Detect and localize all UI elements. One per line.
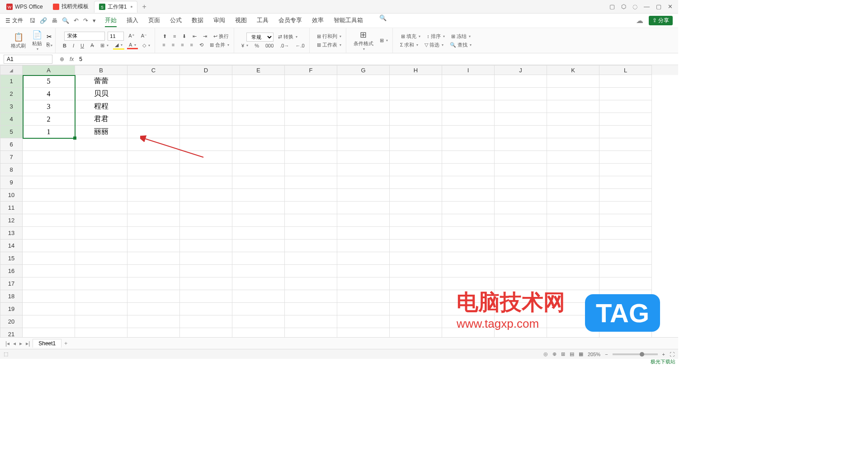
cell[interactable] — [127, 100, 180, 113]
zoom-in[interactable]: + — [662, 352, 665, 357]
close-window-icon[interactable]: ✕ — [668, 3, 673, 10]
cell[interactable] — [442, 138, 495, 151]
row-header-5[interactable]: 5 — [0, 126, 23, 138]
cell[interactable] — [23, 315, 75, 328]
col-header-d[interactable]: D — [180, 65, 232, 75]
cell[interactable] — [285, 75, 337, 88]
cell[interactable]: 2 — [23, 113, 75, 126]
cell[interactable] — [599, 277, 652, 290]
cell[interactable] — [337, 214, 390, 227]
cell[interactable] — [337, 113, 390, 126]
cell[interactable] — [127, 138, 180, 151]
cell[interactable] — [337, 126, 390, 138]
cell[interactable] — [127, 113, 180, 126]
cell[interactable] — [599, 75, 652, 88]
cell[interactable] — [390, 202, 442, 214]
row-header-20[interactable]: 20 — [0, 315, 23, 328]
font-select[interactable] — [64, 32, 105, 41]
cell[interactable] — [442, 151, 495, 164]
menu-efficiency[interactable]: 效率 — [312, 14, 324, 27]
cell[interactable] — [390, 151, 442, 164]
row-header-17[interactable]: 17 — [0, 277, 23, 290]
cell[interactable] — [285, 151, 337, 164]
col-header-a[interactable]: A — [23, 65, 75, 75]
align-mid[interactable]: ≡ — [171, 33, 178, 39]
cell[interactable] — [337, 176, 390, 189]
cell[interactable] — [285, 189, 337, 202]
cell[interactable] — [442, 113, 495, 126]
cell[interactable] — [285, 164, 337, 176]
cell[interactable] — [547, 126, 599, 138]
cell[interactable] — [547, 315, 599, 328]
col-header-h[interactable]: H — [390, 65, 442, 75]
cell[interactable] — [442, 303, 495, 315]
cell[interactable] — [599, 164, 652, 176]
fillcolor-button[interactable]: ◢ — [113, 42, 124, 50]
cell[interactable] — [599, 202, 652, 214]
cell[interactable] — [547, 100, 599, 113]
cell[interactable] — [75, 265, 127, 277]
cell[interactable] — [599, 138, 652, 151]
maximize-icon[interactable]: ▢ — [656, 3, 661, 10]
cell[interactable] — [337, 88, 390, 100]
cell[interactable] — [127, 315, 180, 328]
user-icon[interactable]: ◌ — [632, 3, 637, 10]
fill-button[interactable]: ⊞ 填充 — [399, 33, 422, 40]
cell[interactable] — [390, 75, 442, 88]
col-header-j[interactable]: J — [495, 65, 547, 75]
row-header-12[interactable]: 12 — [0, 214, 23, 227]
cell[interactable] — [442, 88, 495, 100]
cell[interactable] — [23, 290, 75, 303]
cell[interactable] — [180, 303, 232, 315]
more-icon[interactable]: ▾ — [93, 17, 96, 24]
cell[interactable] — [390, 227, 442, 240]
dec-decimal[interactable]: ←.0 — [293, 42, 306, 49]
cell[interactable] — [180, 265, 232, 277]
cell[interactable] — [232, 138, 285, 151]
cell[interactable] — [337, 328, 390, 337]
cell[interactable] — [232, 240, 285, 252]
row-header-1[interactable]: 1 — [0, 75, 23, 88]
name-box[interactable] — [4, 55, 52, 64]
col-header-b[interactable]: B — [75, 65, 127, 75]
cell[interactable] — [232, 315, 285, 328]
cell[interactable] — [285, 214, 337, 227]
zoom-level[interactable]: 205% — [588, 352, 600, 357]
cell[interactable] — [599, 265, 652, 277]
cell[interactable] — [599, 88, 652, 100]
cell[interactable] — [442, 164, 495, 176]
cell[interactable] — [180, 151, 232, 164]
cell[interactable]: 君君 — [75, 113, 127, 126]
cell[interactable] — [75, 240, 127, 252]
orientation[interactable]: ⟲ — [198, 42, 205, 48]
col-header-k[interactable]: K — [547, 65, 599, 75]
cell[interactable]: 蕾蕾 — [75, 75, 127, 88]
cell[interactable] — [75, 214, 127, 227]
eraser-button[interactable]: ◇ — [141, 42, 152, 49]
target-icon[interactable]: ⊕ — [552, 351, 557, 357]
cell[interactable] — [180, 252, 232, 265]
convert-button[interactable]: ⇄ 转换 — [276, 33, 299, 41]
cell[interactable] — [390, 100, 442, 113]
cell[interactable] — [127, 126, 180, 138]
align-bot[interactable]: ⬇ — [180, 33, 188, 40]
menu-view[interactable]: 视图 — [235, 14, 247, 27]
cell[interactable] — [180, 75, 232, 88]
cell[interactable] — [442, 126, 495, 138]
cell[interactable] — [232, 252, 285, 265]
menu-review[interactable]: 审阅 — [213, 14, 225, 27]
cell[interactable] — [442, 189, 495, 202]
cell[interactable] — [127, 227, 180, 240]
cell[interactable] — [232, 176, 285, 189]
cell[interactable] — [285, 202, 337, 214]
cell[interactable] — [390, 315, 442, 328]
cell[interactable] — [127, 290, 180, 303]
sort-button[interactable]: ↕ 排序 — [425, 33, 447, 40]
format-select[interactable]: 常规 — [246, 33, 274, 42]
cell[interactable] — [337, 303, 390, 315]
cell[interactable] — [232, 151, 285, 164]
cell[interactable] — [495, 202, 547, 214]
cell[interactable] — [285, 88, 337, 100]
cell[interactable]: 贝贝 — [75, 88, 127, 100]
cell[interactable] — [337, 252, 390, 265]
